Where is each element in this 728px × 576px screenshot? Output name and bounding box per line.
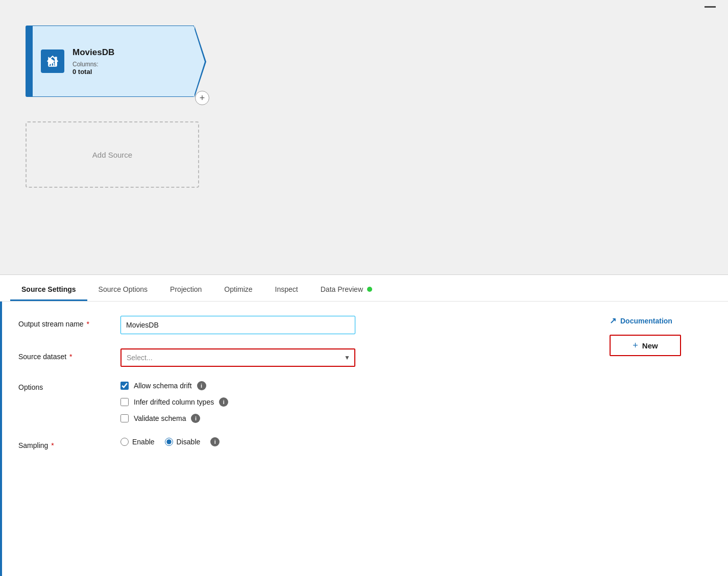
minimize-bar[interactable] <box>705 6 716 8</box>
required-star-sampling: * <box>49 441 54 449</box>
sampling-disable-radio[interactable] <box>165 438 173 446</box>
node-left-bar <box>26 26 33 97</box>
source-dataset-select-wrapper: Select... ▼ <box>120 348 355 367</box>
allow-schema-drift-info-icon[interactable]: i <box>197 381 206 390</box>
add-source-text: Add Source <box>92 151 132 159</box>
columns-value: 0 total <box>72 68 114 76</box>
options-label: Options <box>18 381 120 391</box>
tab-inspect[interactable]: Inspect <box>264 278 309 301</box>
output-stream-name-control <box>120 316 579 334</box>
data-preview-status-dot <box>367 287 372 292</box>
sampling-info-icon[interactable]: i <box>210 437 220 446</box>
options-control: Allow schema drift i Infer drifted colum… <box>120 381 579 423</box>
source-icon-box <box>41 49 64 73</box>
canvas-area: MoviesDB Columns: 0 total + Add Source <box>0 0 728 275</box>
infer-drifted-checkbox[interactable] <box>120 398 129 406</box>
sampling-disable-label: Disable <box>177 438 201 446</box>
svg-marker-0 <box>48 57 55 65</box>
required-star-stream: * <box>85 320 89 328</box>
output-stream-name-input[interactable] <box>120 316 355 334</box>
tab-optimize[interactable]: Optimize <box>213 278 263 301</box>
new-button-label: New <box>642 341 658 350</box>
sampling-disable-row: Disable <box>165 438 201 446</box>
infer-drifted-info-icon[interactable]: i <box>219 397 228 407</box>
columns-label: Columns: <box>72 61 114 68</box>
tabs-bar: Source Settings Source Options Projectio… <box>0 275 728 302</box>
new-button[interactable]: + New <box>610 335 681 356</box>
validate-schema-label: Validate schema <box>134 414 186 422</box>
node-info: MoviesDB Columns: 0 total <box>72 47 114 76</box>
options-group: Allow schema drift i Infer drifted colum… <box>120 381 579 423</box>
node-title: MoviesDB <box>72 47 114 58</box>
sampling-label: Sampling * <box>18 437 120 449</box>
tab-source-options[interactable]: Source Options <box>87 278 159 301</box>
bottom-panel: Source Settings Source Options Projectio… <box>0 275 728 576</box>
new-button-plus-icon: + <box>633 340 638 351</box>
allow-schema-drift-row: Allow schema drift i <box>120 381 579 390</box>
allow-schema-drift-label: Allow schema drift <box>134 382 192 390</box>
tab-projection[interactable]: Projection <box>159 278 213 301</box>
output-stream-name-label: Output stream name * <box>18 316 120 328</box>
content-area: Output stream name * Source dataset * <box>2 302 728 576</box>
tab-source-settings[interactable]: Source Settings <box>10 278 87 301</box>
source-dataset-select[interactable]: Select... <box>120 348 355 367</box>
source-node: MoviesDB Columns: 0 total + <box>26 26 194 97</box>
right-content: ↗ Documentation + New <box>610 316 712 562</box>
add-node-button[interactable]: + <box>195 91 209 105</box>
left-content: Output stream name * Source dataset * <box>18 316 579 562</box>
allow-schema-drift-checkbox[interactable] <box>120 382 129 390</box>
infer-drifted-row: Infer drifted column types i <box>120 397 579 407</box>
output-stream-name-row: Output stream name * <box>18 316 579 334</box>
sampling-radio-group: Enable Disable i <box>120 437 579 446</box>
validate-schema-checkbox[interactable] <box>120 414 129 422</box>
validate-schema-row: Validate schema i <box>120 414 579 423</box>
required-star-dataset: * <box>67 353 72 361</box>
source-dataset-label: Source dataset * <box>18 348 120 361</box>
node-arrow-fill <box>193 26 205 97</box>
documentation-label: Documentation <box>620 317 672 325</box>
documentation-link[interactable]: ↗ Documentation <box>610 316 712 325</box>
sampling-enable-label: Enable <box>132 438 155 446</box>
tab-data-preview[interactable]: Data Preview <box>309 278 383 301</box>
source-dataset-row: Source dataset * Select... ▼ <box>18 348 579 367</box>
bottom-panel-inner: Output stream name * Source dataset * <box>0 302 728 576</box>
external-link-icon: ↗ <box>610 316 616 325</box>
validate-schema-info-icon[interactable]: i <box>191 414 200 423</box>
sampling-row: Sampling * Enable Disable <box>18 437 579 449</box>
sampling-enable-radio[interactable] <box>120 438 129 446</box>
infer-drifted-label: Infer drifted column types <box>134 398 214 406</box>
sampling-control: Enable Disable i <box>120 437 579 446</box>
sampling-enable-row: Enable <box>120 438 155 446</box>
svg-rect-1 <box>55 57 57 65</box>
source-dataset-control: Select... ▼ <box>120 348 579 367</box>
source-arrow-icon <box>46 55 59 68</box>
options-row: Options Allow schema drift i <box>18 381 579 423</box>
node-body[interactable]: MoviesDB Columns: 0 total <box>33 26 194 97</box>
add-source-box[interactable]: Add Source <box>26 121 199 188</box>
